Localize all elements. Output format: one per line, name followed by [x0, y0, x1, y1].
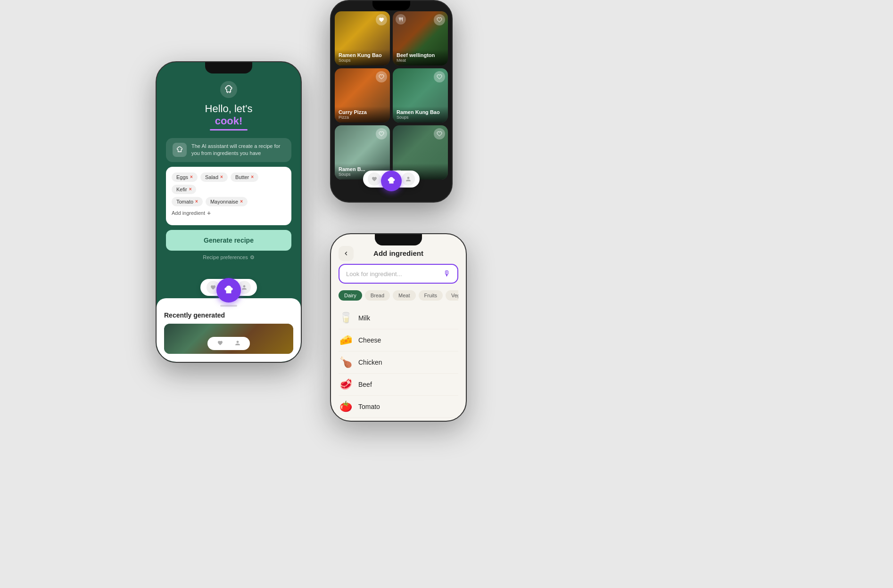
p2-nav-like[interactable]	[368, 172, 381, 186]
beef-emoji: 🥩	[339, 378, 353, 391]
tag-kefir[interactable]: Kefir ×	[172, 185, 196, 194]
recipe-card-3[interactable]: Curry Pizza Pizza	[335, 68, 390, 122]
remove-butter-btn[interactable]: ×	[251, 174, 254, 180]
image-like-btn[interactable]	[217, 339, 223, 348]
phone2-fab[interactable]	[381, 171, 402, 191]
ai-card-text: The AI assistant will create a recipe fo…	[191, 143, 285, 157]
ingredient-item-milk[interactable]: 🥛 Milk	[339, 307, 458, 329]
greeting-text: Hello, let's	[205, 103, 253, 115]
chicken-emoji: 🍗	[339, 356, 353, 368]
recipe-card-1[interactable]: Ramen Kung Bao Soups	[335, 11, 390, 65]
filter-tab-fruits[interactable]: Fruits	[419, 290, 443, 301]
phone3-device: Add ingredient Look for ingredient... 🎙 …	[330, 233, 467, 422]
phone2-notch	[372, 1, 410, 10]
tag-tomato[interactable]: Tomato ×	[172, 197, 203, 206]
ingredient-list: 🥛 Milk 🧀 Cheese 🍗 Chicken 🥩 Beef 🍅 Tomat…	[339, 307, 458, 418]
recipe-title-4: Ramen Kung Bao	[397, 109, 444, 115]
mic-icon[interactable]: 🎙	[443, 270, 451, 278]
recipe-title-2: Beef wellington	[397, 52, 444, 58]
phone1-notch	[205, 62, 252, 74]
filter-icon: ⚙	[250, 254, 255, 261]
recipe-cat-1: Soups	[339, 58, 386, 63]
phone2-grid: Ramen Kung Bao Soups Beef wellington Mea…	[331, 1, 452, 183]
add-plus-icon: +	[207, 209, 211, 217]
remove-kefir-btn[interactable]: ×	[189, 187, 192, 192]
beef-name: Beef	[358, 381, 372, 388]
recently-generated-image[interactable]	[164, 324, 293, 354]
milk-emoji: 🥛	[339, 312, 353, 324]
tomato-name: Tomato	[358, 403, 380, 410]
back-button[interactable]	[339, 246, 354, 261]
ingredient-item-chicken[interactable]: 🍗 Chicken	[339, 351, 458, 374]
recipe-title-1: Ramen Kung Bao	[339, 52, 386, 58]
recipe-heart-1[interactable]	[376, 14, 387, 25]
phone3-header: Add ingredient	[339, 249, 458, 257]
phone1-main-content: Hello, let's cook! The AI assistant will…	[157, 62, 301, 261]
image-action-bar	[207, 337, 250, 350]
recipe-card-4[interactable]: Ramen Kung Bao Soups	[393, 68, 448, 122]
ingredient-item-tomato[interactable]: 🍅 Tomato	[339, 396, 458, 418]
chef-icon-circle	[220, 81, 237, 98]
recipe-heart-6[interactable]	[434, 128, 445, 139]
ingredient-item-cheese[interactable]: 🧀 Cheese	[339, 329, 458, 351]
ingredient-item-beef[interactable]: 🥩 Beef	[339, 374, 458, 396]
recipe-heart-3[interactable]	[376, 71, 387, 82]
recipe-info-1: Ramen Kung Bao Soups	[335, 49, 390, 65]
filter-tab-dairy[interactable]: Dairy	[339, 290, 362, 301]
recipe-preferences-row[interactable]: Recipe preferences ⚙	[203, 254, 254, 261]
phone1-fab[interactable]	[216, 278, 241, 302]
recipe-pref-label: Recipe preferences	[203, 254, 248, 260]
recipe-info-4: Ramen Kung Bao Soups	[393, 106, 448, 122]
cook-text: cook!	[215, 115, 243, 127]
phone3-title: Add ingredient	[373, 249, 423, 257]
phone1-device: Hello, let's cook! The AI assistant will…	[156, 61, 302, 363]
remove-tomato-btn[interactable]: ×	[195, 199, 198, 204]
phone3-notch	[375, 234, 422, 245]
chicken-name: Chicken	[358, 359, 382, 366]
recipe-cat-2: Meat	[397, 58, 444, 63]
ingredients-tags-row-2: Tomato × Mayonnaise × Add ingredient +	[172, 197, 286, 217]
filter-tab-bread[interactable]: Bread	[365, 290, 390, 301]
filter-tab-meat[interactable]: Meat	[393, 290, 415, 301]
recipe-cat-3: Pizza	[339, 115, 386, 120]
bottom-sheet: Recently generated	[157, 298, 301, 362]
remove-eggs-btn[interactable]: ×	[190, 174, 193, 180]
phone3-main-content: Add ingredient Look for ingredient... 🎙 …	[331, 234, 466, 422]
cheese-name: Cheese	[358, 336, 381, 344]
add-ingredient-inline-btn[interactable]: Add ingredient +	[172, 209, 211, 217]
recipe-heart-2[interactable]	[434, 14, 445, 25]
recipe-card-2[interactable]: Beef wellington Meat	[393, 11, 448, 65]
recently-generated-title: Recently generated	[164, 311, 293, 319]
cheese-emoji: 🧀	[339, 334, 353, 346]
search-placeholder-text: Look for ingredient...	[346, 270, 443, 278]
ai-card-icon	[173, 143, 187, 157]
image-person-btn[interactable]	[235, 339, 240, 348]
tag-salad[interactable]: Salad ×	[200, 172, 228, 182]
tag-mayonnaise[interactable]: Mayonnaise ×	[206, 197, 248, 206]
p2-nav-person[interactable]	[402, 172, 415, 186]
remove-mayonnaise-btn[interactable]: ×	[240, 199, 243, 204]
recipe-title-3: Curry Pizza	[339, 109, 386, 115]
recipe-utensil-icon-2	[396, 14, 406, 24]
recipe-info-2: Beef wellington Meat	[393, 49, 448, 65]
ingredients-tags-row: Eggs × Salad × Butter × Kefir ×	[172, 172, 286, 194]
tomato-emoji: 🍅	[339, 400, 353, 413]
recipe-cat-4: Soups	[397, 115, 444, 120]
underline-decoration	[210, 129, 248, 131]
recipe-heart-4[interactable]	[434, 71, 445, 82]
tag-eggs[interactable]: Eggs ×	[172, 172, 198, 182]
recipe-info-3: Curry Pizza Pizza	[335, 106, 390, 122]
filter-tabs-row: Dairy Bread Meat Fruits Vegeta...	[339, 290, 458, 301]
phone2-device: Ramen Kung Bao Soups Beef wellington Mea…	[330, 0, 453, 203]
ingredients-card: Eggs × Salad × Butter × Kefir × To	[166, 167, 291, 225]
milk-name: Milk	[358, 314, 370, 322]
remove-salad-btn[interactable]: ×	[220, 174, 223, 180]
filter-tab-vegeta[interactable]: Vegeta...	[446, 290, 458, 301]
ai-assistant-card: The AI assistant will create a recipe fo…	[166, 138, 291, 162]
recipe-heart-5[interactable]	[376, 128, 387, 139]
ingredient-search-bar[interactable]: Look for ingredient... 🎙	[339, 264, 458, 284]
generate-recipe-button[interactable]: Generate recipe	[166, 230, 291, 251]
bottom-sheet-handle	[220, 305, 237, 307]
tag-butter[interactable]: Butter ×	[231, 172, 258, 182]
